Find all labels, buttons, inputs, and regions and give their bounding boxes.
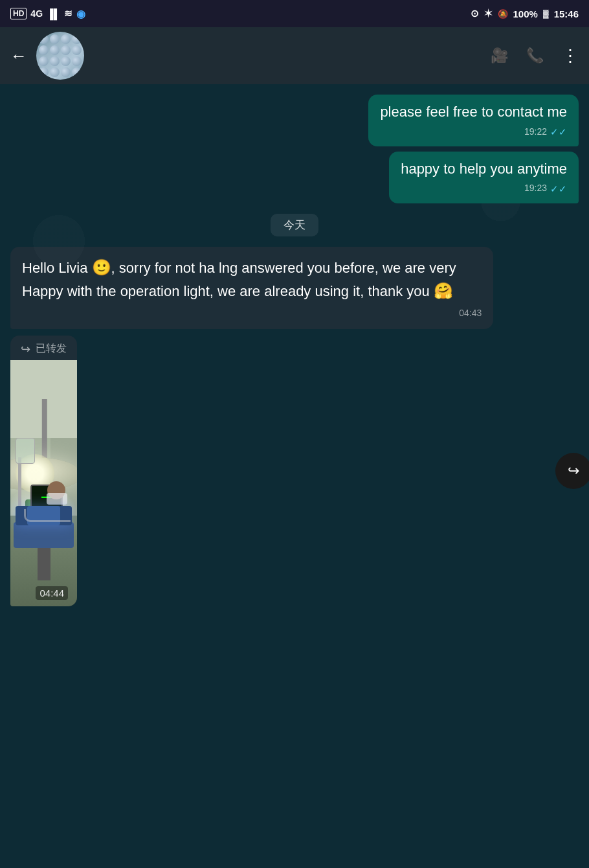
bluetooth-icon: ✶ — [484, 8, 493, 19]
avatar[interactable] — [36, 32, 84, 80]
iv-bag — [16, 438, 35, 464]
sent-ticks-1: ✓✓ — [550, 125, 567, 139]
mute-icon: 🔕 — [498, 9, 508, 19]
more-options-button[interactable]: ⋮ — [562, 46, 579, 66]
sent-bubble-1[interactable]: please feel free to contact me 19:22 ✓✓ — [368, 95, 579, 146]
bars-icon: ▐▌ — [47, 8, 60, 19]
hd-badge: HD — [10, 8, 27, 19]
status-bar: HD 4G ▐▌ ≋ ◉ ⊙ ✶ 🔕 100% ▓ 15:46 — [0, 0, 589, 27]
header-actions: 🎥 📞 ⋮ — [491, 46, 579, 66]
date-separator: 今天 — [10, 214, 579, 236]
person-mask — [47, 493, 67, 505]
light-arm — [41, 399, 47, 464]
time-label: 15:46 — [554, 8, 579, 19]
status-left: HD 4G ▐▌ ≋ ◉ — [10, 8, 85, 20]
shield-icon: ◉ — [76, 8, 85, 20]
table-leg — [38, 545, 50, 580]
battery-label: 100% — [513, 8, 538, 19]
forwarded-message: ↪ 已转发 — [10, 336, 579, 606]
recv-time-1: 04:43 — [22, 306, 482, 320]
status-right: ⊙ ✶ 🔕 100% ▓ 15:46 — [471, 8, 579, 19]
recv-text-1: Hello Livia 🙂, sorry for not ha lng answ… — [22, 260, 456, 299]
cables — [24, 509, 71, 522]
chat-header: ← 🎥 📞 ⋮ — [0, 27, 589, 84]
received-message-1: Hello Livia 🙂, sorry for not ha lng answ… — [10, 247, 579, 329]
chat-area: please feel free to contact me 19:22 ✓✓ … — [0, 84, 589, 868]
share-icon: ↪ — [568, 463, 579, 479]
signal-icon: 4G — [30, 8, 43, 19]
forwarded-image[interactable]: ▬▬ 04:44 — [10, 360, 77, 606]
table-frame — [14, 522, 74, 548]
sent-message-1: please feel free to contact me 19:22 ✓✓ — [10, 95, 579, 146]
battery-icon: ▓ — [543, 9, 549, 18]
forwarded-bubble[interactable]: ↪ 已转发 — [10, 336, 77, 606]
voice-call-button[interactable]: 📞 — [526, 47, 544, 64]
sent-time-1: 19:22 — [524, 126, 547, 139]
date-label: 今天 — [271, 214, 318, 236]
forwarded-label: ↪ 已转发 — [10, 336, 77, 360]
image-timestamp: 04:44 — [36, 586, 68, 600]
sent-message-2: happy to help you anytime 19:23 ✓✓ — [10, 152, 579, 203]
recv-bubble-1[interactable]: Hello Livia 🙂, sorry for not ha lng answ… — [10, 247, 493, 329]
sent-time-2: 19:23 — [524, 182, 547, 195]
sent-text-2: happy to help you anytime — [401, 161, 567, 177]
sent-text-1: please feel free to contact me — [380, 104, 567, 120]
wifi-icon: ≋ — [64, 8, 72, 19]
sent-ticks-2: ✓✓ — [550, 182, 567, 196]
forwarded-text: 已转发 — [36, 342, 67, 356]
video-call-button[interactable]: 🎥 — [491, 47, 508, 64]
eye-icon: ⊙ — [471, 8, 479, 19]
share-button[interactable]: ↪ — [555, 453, 589, 489]
sent-bubble-2[interactable]: happy to help you anytime 19:23 ✓✓ — [389, 152, 579, 203]
forward-icon: ↪ — [21, 342, 30, 356]
back-button[interactable]: ← — [10, 46, 27, 66]
